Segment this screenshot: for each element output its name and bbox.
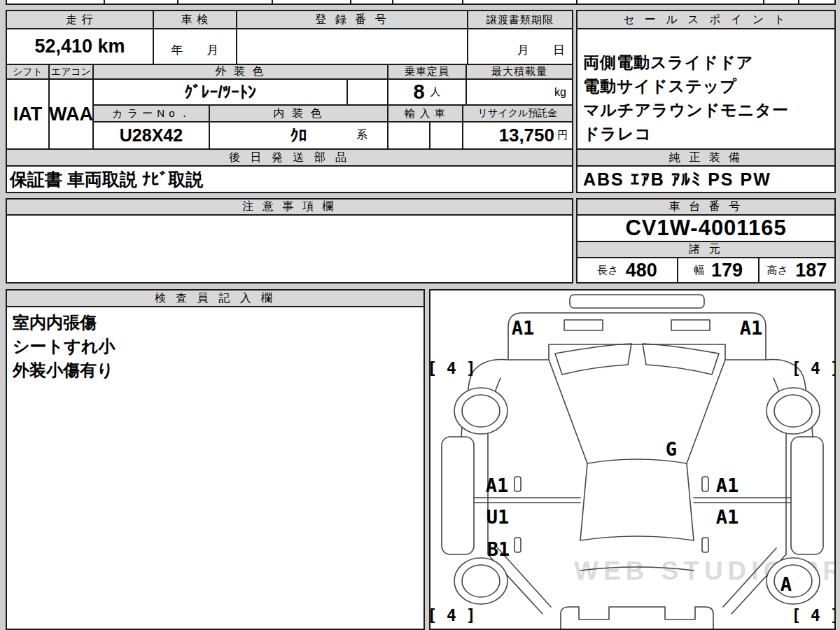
- exterior-color-header: 外 装 色: [92, 64, 388, 80]
- transfer-deadline-header: 譲渡書類期限: [467, 10, 573, 29]
- sales-point-item: 両側電動スライドドア: [583, 50, 829, 74]
- registration-value: [236, 28, 468, 65]
- auction-sheet: 走 行 車 検 登 録 番 号 譲渡書類期限 52,410 km 年 月 月 日…: [0, 0, 840, 630]
- registration-header: 登 録 番 号: [236, 10, 468, 29]
- recycle-value: 13,750: [498, 125, 554, 146]
- width-cell: 幅 179: [677, 257, 760, 284]
- divider: [272, 0, 273, 4]
- transfer-deadline-value: 月 日: [467, 28, 573, 65]
- divider: [798, 0, 799, 4]
- chassis-number-header: 車 台 番 号: [576, 198, 836, 216]
- import-value-cell-a: [387, 121, 430, 150]
- import-value-cell-b: [429, 121, 463, 150]
- divider: [350, 0, 351, 4]
- sales-point-item: 電動サイドステップ: [583, 74, 829, 98]
- divider: [576, 0, 578, 4]
- sales-point-item: ドラレコ: [583, 122, 829, 146]
- exterior-color-value: ｸﾞﾚｰ/ﾂｰﾄﾝ: [92, 78, 348, 106]
- divider: [462, 0, 463, 4]
- damage-mark-panel-left-mid: U1: [486, 506, 510, 528]
- damage-mark-panel-left-lower: B1: [487, 538, 510, 560]
- damage-mark-glass: G: [666, 438, 677, 460]
- damage-mark-door-right-lower: A1: [716, 506, 739, 528]
- length-label: 長さ: [597, 264, 618, 277]
- tire-grade-rear-left: [ 4 ]: [429, 606, 476, 624]
- recycle-cell: 13,750 円: [462, 121, 573, 150]
- caution-notes-header: 注 意 事 項 欄: [6, 198, 573, 216]
- mileage-header: 走 行: [6, 10, 154, 29]
- max-load-cell: kg: [465, 78, 573, 106]
- inspector-notes-box: 室内内張傷 シートすれ小 外装小傷有り: [6, 306, 425, 630]
- capacity-value-cell: 8 人: [387, 78, 467, 106]
- chassis-number-value: CV1W-4001165: [576, 214, 836, 242]
- damage-mark-door-right-upper: A1: [716, 475, 739, 496]
- top-partial-row: [6, 0, 836, 5]
- inspector-note-item: 室内内張傷: [13, 311, 418, 335]
- later-shipping-value: 保証書 車両取説 ﾅﾋﾞ取説: [6, 165, 573, 193]
- sales-points-header: セ ー ル ス ポ イ ン ト: [576, 10, 836, 29]
- interior-color-value: ｸﾛ: [290, 126, 307, 146]
- dimensions-header: 諸 元: [576, 241, 836, 258]
- tire-grade-rear-right: [ 4 ]: [791, 606, 836, 624]
- genuine-equipment-header: 純 正 装 備: [576, 148, 836, 167]
- height-cell: 高さ 187: [758, 257, 836, 284]
- inspection-value: 年 月: [153, 28, 237, 65]
- interior-color-cell: ｸﾛ 系: [209, 121, 388, 150]
- mileage-value: 52,410 km: [6, 28, 154, 65]
- inspector-note-item: 外装小傷有り: [13, 358, 418, 382]
- damage-mark-door-left-upper: A1: [486, 475, 509, 496]
- recycle-header: リサイクル預託金: [462, 104, 573, 122]
- caution-notes-box: [6, 214, 573, 284]
- inspector-notes-header: 検 査 員 記 入 欄: [6, 289, 425, 307]
- later-shipping-header: 後 日 発 送 部 品: [6, 148, 573, 167]
- capacity-header: 乗車定員: [387, 64, 467, 80]
- shift-value: IAT: [6, 78, 50, 150]
- divider: [104, 0, 105, 4]
- width-label: 幅: [694, 264, 704, 277]
- inspection-header: 車 検: [153, 10, 237, 29]
- damage-mark-front-left: A1: [512, 317, 535, 339]
- recycle-unit: 円: [557, 129, 568, 142]
- max-load-unit: kg: [554, 86, 566, 99]
- exterior-color-extra-cell: [346, 78, 388, 106]
- sales-points-box: 両側電動スライドドア 電動サイドステップ マルチアラウンドモニター ドラレコ Ｅ…: [576, 28, 836, 150]
- height-label: 高さ: [767, 264, 788, 277]
- aircon-value: WAA: [48, 78, 94, 150]
- height-value: 187: [795, 260, 827, 281]
- divider: [392, 0, 393, 4]
- car-outline-drawing: [430, 290, 834, 629]
- tire-grade-front-right: [ 4 ]: [791, 359, 836, 377]
- car-diagram: WEB STUDIO PR A1 A1 [ 4 ] [ 4 ] G A1 A1 …: [429, 289, 836, 630]
- capacity-value: 8: [413, 80, 424, 104]
- shift-header: シフト: [6, 64, 50, 80]
- length-cell: 長さ 480: [576, 257, 678, 284]
- interior-color-suffix: 系: [356, 128, 368, 143]
- interior-color-header: 内 装 色: [209, 104, 388, 122]
- import-header: 輸 入 車: [387, 104, 463, 122]
- color-no-value: U28X42: [92, 121, 210, 150]
- inspector-note-item: シートすれ小: [13, 335, 418, 358]
- genuine-equipment-value: ABS ｴｱB ｱﾙﾐ PS PW: [576, 165, 836, 193]
- aircon-header: エアコン: [48, 64, 94, 80]
- color-no-header: カ ラ ー N o ．: [92, 104, 210, 122]
- divider: [177, 0, 178, 4]
- tire-grade-front-left: [ 4 ]: [429, 359, 476, 377]
- length-value: 480: [626, 260, 657, 281]
- sales-point-item: マルチアラウンドモニター: [583, 98, 829, 122]
- capacity-unit: 人: [430, 85, 441, 99]
- max-load-header: 最大積載量: [465, 64, 573, 80]
- width-value: 179: [711, 260, 743, 281]
- divider: [763, 0, 764, 4]
- damage-mark-front-right: A1: [740, 317, 763, 339]
- damage-mark-wheel-rear-right: A: [780, 573, 792, 595]
